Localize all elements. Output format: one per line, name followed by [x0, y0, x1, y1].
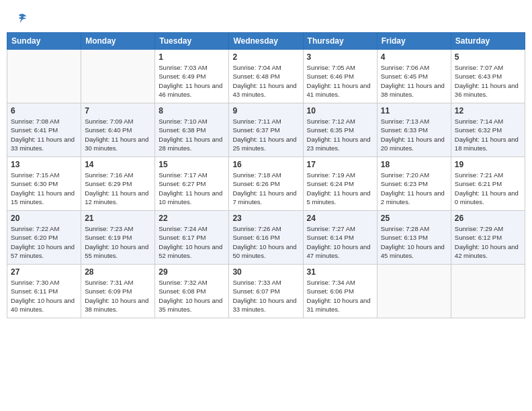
day-number: 22	[159, 214, 225, 223]
logo	[13, 12, 31, 26]
calendar-cell: 23Sunrise: 7:26 AMSunset: 6:16 PMDayligh…	[229, 211, 303, 265]
day-number: 19	[455, 160, 521, 169]
day-number: 21	[85, 214, 151, 223]
calendar-cell: 13Sunrise: 7:15 AMSunset: 6:30 PMDayligh…	[7, 157, 81, 211]
calendar-cell: 9Sunrise: 7:11 AMSunset: 6:37 PMDaylight…	[229, 103, 303, 157]
calendar-cell: 3Sunrise: 7:05 AMSunset: 6:46 PMDaylight…	[303, 50, 377, 103]
day-number: 25	[381, 214, 447, 223]
col-header-friday: Friday	[377, 33, 451, 50]
day-number: 31	[307, 267, 373, 277]
day-number: 30	[232, 267, 299, 277]
calendar-cell: 21Sunrise: 7:23 AMSunset: 6:19 PMDayligh…	[81, 211, 155, 265]
calendar-cell: 7Sunrise: 7:09 AMSunset: 6:40 PMDaylight…	[81, 103, 155, 157]
day-info: Sunrise: 7:19 AMSunset: 6:24 PMDaylight:…	[307, 171, 373, 206]
calendar-cell: 10Sunrise: 7:12 AMSunset: 6:35 PMDayligh…	[303, 103, 377, 157]
day-number: 29	[159, 267, 225, 277]
day-info: Sunrise: 7:10 AMSunset: 6:38 PMDaylight:…	[159, 117, 225, 152]
day-info: Sunrise: 7:15 AMSunset: 6:30 PMDaylight:…	[11, 171, 77, 206]
calendar-cell: 14Sunrise: 7:16 AMSunset: 6:29 PMDayligh…	[81, 157, 155, 211]
day-number: 10	[307, 106, 373, 116]
col-header-sunday: Sunday	[7, 33, 81, 50]
day-info: Sunrise: 7:08 AMSunset: 6:41 PMDaylight:…	[11, 117, 77, 152]
day-info: Sunrise: 7:27 AMSunset: 6:14 PMDaylight:…	[307, 224, 373, 260]
day-info: Sunrise: 7:03 AMSunset: 6:49 PMDaylight:…	[159, 63, 225, 99]
day-number: 24	[307, 214, 373, 223]
day-info: Sunrise: 7:31 AMSunset: 6:09 PMDaylight:…	[85, 278, 151, 314]
calendar-cell: 6Sunrise: 7:08 AMSunset: 6:41 PMDaylight…	[7, 103, 81, 157]
day-number: 11	[381, 106, 447, 116]
day-number: 20	[11, 214, 77, 223]
calendar-cell: 5Sunrise: 7:07 AMSunset: 6:43 PMDaylight…	[451, 50, 525, 103]
day-info: Sunrise: 7:29 AMSunset: 6:12 PMDaylight:…	[455, 224, 521, 260]
day-number: 16	[232, 160, 299, 169]
week-row-1: 1Sunrise: 7:03 AMSunset: 6:49 PMDaylight…	[7, 50, 525, 103]
week-row-2: 6Sunrise: 7:08 AMSunset: 6:41 PMDaylight…	[7, 103, 525, 157]
day-number: 27	[11, 267, 77, 277]
day-number: 28	[85, 267, 151, 277]
calendar-cell: 11Sunrise: 7:13 AMSunset: 6:33 PMDayligh…	[377, 103, 451, 157]
day-info: Sunrise: 7:09 AMSunset: 6:40 PMDaylight:…	[85, 117, 151, 152]
day-number: 15	[159, 160, 225, 169]
calendar-cell: 1Sunrise: 7:03 AMSunset: 6:49 PMDaylight…	[155, 50, 229, 103]
day-info: Sunrise: 7:16 AMSunset: 6:29 PMDaylight:…	[85, 171, 151, 206]
day-number: 26	[455, 214, 521, 223]
calendar-cell	[451, 265, 525, 318]
day-info: Sunrise: 7:17 AMSunset: 6:27 PMDaylight:…	[159, 171, 225, 206]
calendar-cell	[81, 50, 155, 103]
day-info: Sunrise: 7:18 AMSunset: 6:26 PMDaylight:…	[232, 171, 299, 206]
day-info: Sunrise: 7:26 AMSunset: 6:16 PMDaylight:…	[232, 224, 299, 260]
day-info: Sunrise: 7:11 AMSunset: 6:37 PMDaylight:…	[232, 117, 299, 152]
col-header-thursday: Thursday	[303, 33, 377, 50]
day-info: Sunrise: 7:22 AMSunset: 6:20 PMDaylight:…	[11, 224, 77, 260]
day-number: 1	[159, 52, 225, 62]
calendar-cell: 24Sunrise: 7:27 AMSunset: 6:14 PMDayligh…	[303, 211, 377, 265]
day-info: Sunrise: 7:07 AMSunset: 6:43 PMDaylight:…	[455, 63, 521, 99]
col-header-tuesday: Tuesday	[155, 33, 229, 50]
calendar-table: SundayMondayTuesdayWednesdayThursdayFrid…	[7, 32, 525, 318]
calendar-cell: 31Sunrise: 7:34 AMSunset: 6:06 PMDayligh…	[303, 265, 377, 318]
calendar-cell: 8Sunrise: 7:10 AMSunset: 6:38 PMDaylight…	[155, 103, 229, 157]
col-header-saturday: Saturday	[451, 33, 525, 50]
week-row-3: 13Sunrise: 7:15 AMSunset: 6:30 PMDayligh…	[7, 157, 525, 211]
calendar-cell: 16Sunrise: 7:18 AMSunset: 6:26 PMDayligh…	[229, 157, 303, 211]
calendar-cell: 18Sunrise: 7:20 AMSunset: 6:23 PMDayligh…	[377, 157, 451, 211]
week-row-4: 20Sunrise: 7:22 AMSunset: 6:20 PMDayligh…	[7, 211, 525, 265]
calendar-cell: 17Sunrise: 7:19 AMSunset: 6:24 PMDayligh…	[303, 157, 377, 211]
day-number: 7	[85, 106, 151, 116]
day-info: Sunrise: 7:23 AMSunset: 6:19 PMDaylight:…	[85, 224, 151, 260]
day-number: 8	[159, 106, 225, 116]
day-number: 18	[381, 160, 447, 169]
day-info: Sunrise: 7:14 AMSunset: 6:32 PMDaylight:…	[455, 117, 521, 152]
calendar-cell: 4Sunrise: 7:06 AMSunset: 6:45 PMDaylight…	[377, 50, 451, 103]
day-number: 2	[232, 52, 299, 62]
page-header	[7, 7, 525, 30]
calendar-cell: 15Sunrise: 7:17 AMSunset: 6:27 PMDayligh…	[155, 157, 229, 211]
day-number: 13	[11, 160, 77, 169]
day-number: 6	[11, 106, 77, 116]
calendar-cell	[377, 265, 451, 318]
day-info: Sunrise: 7:33 AMSunset: 6:07 PMDaylight:…	[232, 278, 299, 314]
day-info: Sunrise: 7:30 AMSunset: 6:11 PMDaylight:…	[11, 278, 77, 314]
calendar-cell: 12Sunrise: 7:14 AMSunset: 6:32 PMDayligh…	[451, 103, 525, 157]
day-info: Sunrise: 7:34 AMSunset: 6:06 PMDaylight:…	[307, 278, 373, 314]
day-number: 17	[307, 160, 373, 169]
day-info: Sunrise: 7:12 AMSunset: 6:35 PMDaylight:…	[307, 117, 373, 152]
day-info: Sunrise: 7:24 AMSunset: 6:17 PMDaylight:…	[159, 224, 225, 260]
calendar-cell: 20Sunrise: 7:22 AMSunset: 6:20 PMDayligh…	[7, 211, 81, 265]
day-number: 14	[85, 160, 151, 169]
day-info: Sunrise: 7:05 AMSunset: 6:46 PMDaylight:…	[307, 63, 373, 99]
calendar-header-row: SundayMondayTuesdayWednesdayThursdayFrid…	[7, 33, 525, 50]
day-number: 4	[381, 52, 447, 62]
day-number: 12	[455, 106, 521, 116]
calendar-cell: 22Sunrise: 7:24 AMSunset: 6:17 PMDayligh…	[155, 211, 229, 265]
day-info: Sunrise: 7:32 AMSunset: 6:08 PMDaylight:…	[159, 278, 225, 314]
week-row-5: 27Sunrise: 7:30 AMSunset: 6:11 PMDayligh…	[7, 265, 525, 318]
logo-bird-icon	[15, 12, 29, 26]
day-info: Sunrise: 7:21 AMSunset: 6:21 PMDaylight:…	[455, 171, 521, 206]
calendar-cell: 29Sunrise: 7:32 AMSunset: 6:08 PMDayligh…	[155, 265, 229, 318]
day-number: 3	[307, 52, 373, 62]
day-info: Sunrise: 7:20 AMSunset: 6:23 PMDaylight:…	[381, 171, 447, 206]
day-info: Sunrise: 7:28 AMSunset: 6:13 PMDaylight:…	[381, 224, 447, 260]
calendar-cell: 27Sunrise: 7:30 AMSunset: 6:11 PMDayligh…	[7, 265, 81, 318]
day-number: 5	[455, 52, 521, 62]
